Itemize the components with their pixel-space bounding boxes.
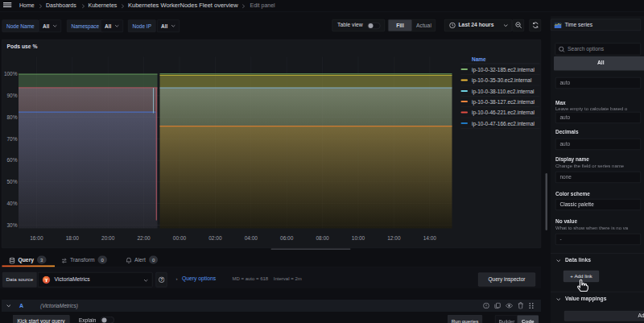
svg-text:08:00: 08:00 [316,235,329,241]
svg-text:14:00: 14:00 [423,235,437,241]
svg-text:Name: Name [472,56,486,62]
svg-text:ip-10-0-38-127.ec2.internal: ip-10-0-38-127.ec2.internal [472,99,535,106]
svg-text:40%: 40% [6,201,17,206]
svg-text:60%: 60% [6,157,17,163]
svg-text:80%: 80% [6,114,17,120]
svg-text:18:00: 18:00 [66,235,80,241]
svg-text:06:00: 06:00 [280,235,294,241]
svg-text:04:00: 04:00 [245,235,258,241]
svg-text:ip-10-0-35-30.ec2.internal: ip-10-0-35-30.ec2.internal [472,77,532,84]
svg-text:ip-10-0-47-166.ec2.internal: ip-10-0-47-166.ec2.internal [472,121,535,127]
svg-text:16:00: 16:00 [30,235,43,241]
svg-text:22:00: 22:00 [137,235,151,241]
svg-text:02:00: 02:00 [208,235,222,241]
svg-text:100%: 100% [4,71,18,77]
svg-text:?: ? [160,277,163,282]
svg-text:50%: 50% [6,179,17,184]
svg-text:70%: 70% [6,136,17,142]
svg-text:20:00: 20:00 [101,235,115,241]
svg-text:12:00: 12:00 [387,235,401,241]
svg-text:90%: 90% [6,93,17,98]
svg-text:ip-10-0-32-185.ec2.internal: ip-10-0-32-185.ec2.internal [472,67,535,73]
svg-text:ip-10-0-46-221.ec2.internal: ip-10-0-46-221.ec2.internal [472,110,535,116]
svg-text:30%: 30% [6,222,17,228]
svg-text:ip-10-0-38-110.ec2.internal: ip-10-0-38-110.ec2.internal [472,89,535,95]
svg-text:10:00: 10:00 [352,235,365,241]
svg-text:00:00: 00:00 [173,235,187,241]
